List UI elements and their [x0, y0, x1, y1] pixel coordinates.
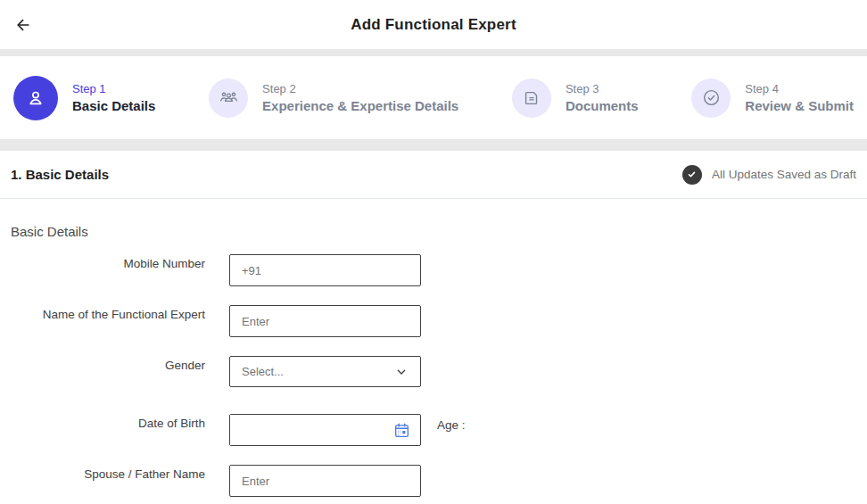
- gender-label: Gender: [11, 356, 205, 373]
- stepper-step-4-review-submit[interactable]: Step 4 Review & Submit: [691, 78, 854, 118]
- step-label: Documents: [566, 98, 639, 113]
- section-title: 1. Basic Details: [11, 167, 109, 182]
- divider-band-top: [0, 49, 867, 56]
- spouse-father-name-label: Spouse / Father Name: [11, 465, 205, 482]
- person-icon: [13, 76, 58, 120]
- expert-name-label: Name of the Functional Expert: [11, 305, 205, 322]
- date-of-birth-field[interactable]: [229, 414, 421, 446]
- expert-name-row: Name of the Functional Expert: [11, 305, 856, 337]
- mobile-number-row: Mobile Number: [11, 254, 856, 286]
- draft-status-badge: All Updates Saved as Draft: [682, 165, 856, 185]
- date-of-birth-label: Date of Birth: [11, 414, 205, 431]
- calendar-icon: [392, 421, 411, 440]
- date-of-birth-row: Date of Birth Age :: [11, 414, 856, 446]
- age-label: Age :: [437, 414, 466, 432]
- page-title: Add Functional Expert: [0, 16, 867, 34]
- step-label: Experience & Expertise Details: [262, 98, 458, 113]
- basic-details-form: Basic Details Mobile Number Name of the …: [0, 224, 867, 497]
- check-circle-icon: [691, 78, 731, 118]
- mobile-number-label: Mobile Number: [11, 254, 205, 271]
- step-kicker: Step 2: [262, 82, 458, 95]
- subsection-title: Basic Details: [11, 224, 856, 239]
- check-icon: [682, 165, 702, 185]
- stepper-step-3-documents[interactable]: Step 3 Documents: [512, 78, 639, 118]
- gender-select[interactable]: Select...: [229, 356, 421, 387]
- gender-row: Gender Select...: [11, 356, 856, 387]
- spouse-father-name-input[interactable]: [229, 465, 421, 497]
- gender-select-value: Select...: [242, 365, 284, 378]
- date-of-birth-input[interactable]: [230, 415, 391, 445]
- divider-band-bottom: [0, 139, 867, 151]
- stepper-step-2-experience[interactable]: Step 2 Experience & Expertise Details: [209, 78, 458, 118]
- step-kicker: Step 4: [745, 82, 854, 95]
- step-kicker: Step 3: [566, 82, 639, 95]
- calendar-picker-button[interactable]: [391, 419, 413, 442]
- people-group-icon: [209, 78, 248, 118]
- step-label: Basic Details: [72, 98, 155, 113]
- section-bar: 1. Basic Details All Updates Saved as Dr…: [0, 151, 867, 199]
- header: Add Functional Expert: [0, 0, 867, 49]
- spouse-father-name-row: Spouse / Father Name: [11, 465, 856, 497]
- stepper-step-1-basic-details[interactable]: Step 1 Basic Details: [13, 76, 155, 120]
- document-icon: [512, 78, 551, 118]
- draft-status-text: All Updates Saved as Draft: [712, 168, 856, 181]
- step-kicker: Step 1: [72, 82, 155, 95]
- step-label: Review & Submit: [745, 98, 854, 113]
- chevron-down-icon: [394, 365, 409, 379]
- stepper: Step 1 Basic Details Step 2 Experience &…: [0, 56, 867, 139]
- mobile-number-input[interactable]: [229, 254, 421, 286]
- expert-name-input[interactable]: [229, 305, 421, 337]
